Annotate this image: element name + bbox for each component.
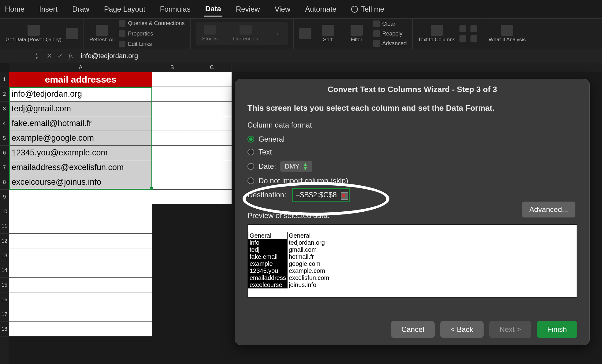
cell-a6[interactable]: 12345.you@example.com: [9, 146, 152, 160]
col-header-c[interactable]: C: [192, 63, 232, 72]
edit-links-button[interactable]: Edit Links: [119, 40, 184, 48]
row-header-2[interactable]: 2: [0, 87, 9, 102]
cell-a8[interactable]: excelcourse@joinus.info: [9, 175, 152, 190]
tab-draw[interactable]: Draw: [71, 2, 91, 16]
advanced-filter-button[interactable]: Advanced: [373, 39, 407, 47]
cell-b2[interactable]: [152, 87, 192, 102]
properties-button[interactable]: Properties: [119, 30, 184, 38]
cell-a14[interactable]: [9, 263, 152, 278]
finish-button[interactable]: Finish: [537, 321, 577, 338]
cancel-edit-icon[interactable]: ✕: [46, 52, 52, 60]
refresh-all-button[interactable]: Refresh All: [89, 25, 114, 43]
cell-a5[interactable]: example@google.com: [9, 131, 152, 146]
tab-home[interactable]: Home: [4, 2, 26, 16]
tab-automate[interactable]: Automate: [304, 2, 338, 16]
row-header-4[interactable]: 4: [0, 116, 9, 131]
cell-a10[interactable]: [9, 204, 152, 219]
tab-formulas[interactable]: Formulas: [159, 2, 192, 16]
tab-review[interactable]: Review: [235, 2, 261, 16]
cell-c5[interactable]: [192, 131, 232, 146]
tab-insert[interactable]: Insert: [38, 2, 59, 16]
cell-a1[interactable]: email addresses: [9, 72, 152, 87]
row-header-5[interactable]: 5: [0, 131, 9, 146]
row-header-8[interactable]: 8: [0, 175, 9, 190]
cell-a15[interactable]: [9, 278, 152, 292]
cell-b8[interactable]: [152, 175, 192, 190]
cell-c1[interactable]: [192, 72, 232, 87]
cell-b4[interactable]: [152, 116, 192, 131]
cell-b9[interactable]: [152, 190, 192, 204]
date-format-select[interactable]: DMY ▲▼: [280, 161, 312, 172]
row-header-3[interactable]: 3: [0, 102, 9, 116]
radio-text[interactable]: Text: [247, 148, 577, 156]
cell-a17[interactable]: [9, 307, 152, 322]
cell-c3[interactable]: [192, 102, 232, 116]
row-header-9[interactable]: 9: [0, 190, 9, 204]
reapply-button[interactable]: Reapply: [373, 30, 407, 38]
tab-data[interactable]: Data: [204, 2, 222, 17]
range-picker-icon[interactable]: [341, 192, 348, 200]
cell-b6[interactable]: [152, 146, 192, 160]
col-header-b[interactable]: B: [152, 63, 192, 72]
formula-value[interactable]: info@tedjordan.org: [77, 52, 142, 60]
text-to-columns-button[interactable]: Text to Columns: [418, 25, 455, 43]
data-validation-button[interactable]: [470, 25, 477, 33]
cell-b5[interactable]: [152, 131, 192, 146]
cell-c2[interactable]: [192, 87, 232, 102]
cell-c6[interactable]: [192, 146, 232, 160]
tab-page-layout[interactable]: Page Layout: [103, 2, 147, 16]
cell-c9[interactable]: [192, 190, 232, 204]
cell-a4[interactable]: fake.email@hotmail.fr: [9, 116, 152, 131]
cell-a9[interactable]: [9, 190, 152, 204]
cell-a2[interactable]: info@tedjordan.org: [9, 87, 152, 102]
get-data-button[interactable]: Get Data (Power Query): [6, 25, 61, 43]
row-header-1[interactable]: 1: [0, 72, 9, 87]
cancel-button[interactable]: Cancel: [391, 321, 435, 338]
fx-icon[interactable]: fx: [69, 52, 73, 60]
cell-c8[interactable]: [192, 175, 232, 190]
cell-a12[interactable]: [9, 234, 152, 248]
tell-me[interactable]: Tell me: [350, 2, 385, 16]
sort-button[interactable]: Sort: [316, 25, 340, 43]
cell-a13[interactable]: [9, 248, 152, 263]
flash-fill-button[interactable]: [459, 25, 466, 33]
consolidate-button[interactable]: [470, 35, 477, 43]
select-all-corner[interactable]: [0, 63, 9, 72]
back-button[interactable]: < Back: [440, 321, 484, 338]
cell-b3[interactable]: [152, 102, 192, 116]
row-header-7[interactable]: 7: [0, 160, 9, 175]
row-header-13[interactable]: 13: [0, 248, 9, 263]
sort-az-button[interactable]: [299, 28, 311, 39]
remove-dupes-button[interactable]: [459, 35, 466, 43]
confirm-edit-icon[interactable]: ✓: [58, 52, 63, 60]
cell-a3[interactable]: tedj@gmail.com: [9, 102, 152, 116]
cell-c4[interactable]: [192, 116, 232, 131]
row-header-17[interactable]: 17: [0, 307, 9, 322]
row-header-10[interactable]: 10: [0, 204, 9, 219]
row-header-15[interactable]: 15: [0, 278, 9, 292]
row-header-6[interactable]: 6: [0, 146, 9, 160]
radio-general[interactable]: General: [247, 135, 577, 143]
what-if-button[interactable]: What-if Analysis: [489, 25, 526, 43]
name-box[interactable]: ▲▼: [0, 52, 43, 60]
cell-a7[interactable]: emailaddress@excelisfun.com: [9, 160, 152, 175]
chevron-right-icon[interactable]: ›: [273, 30, 282, 37]
cell-a16[interactable]: [9, 292, 152, 307]
advanced-button[interactable]: Advanced...: [522, 202, 575, 217]
cell-b1[interactable]: [152, 72, 192, 87]
cell-a18[interactable]: [9, 322, 152, 336]
row-header-11[interactable]: 11: [0, 219, 9, 234]
row-header-12[interactable]: 12: [0, 234, 9, 248]
tab-view[interactable]: View: [273, 2, 292, 16]
queries-connections-button[interactable]: Queries & Connections: [119, 19, 184, 27]
row-header-14[interactable]: 14: [0, 263, 9, 278]
row-header-16[interactable]: 16: [0, 292, 9, 307]
preview-pane[interactable]: GeneralGeneralinfotedjordan.orgtedjgmail…: [247, 224, 577, 298]
cell-b7[interactable]: [152, 160, 192, 175]
from-picture-button[interactable]: [66, 28, 78, 39]
radio-date[interactable]: Date: DMY ▲▼: [247, 161, 577, 172]
col-header-a[interactable]: A: [9, 63, 152, 72]
radio-skip[interactable]: Do not import column (skip): [247, 176, 577, 185]
clear-button[interactable]: Clear: [373, 20, 407, 28]
row-header-18[interactable]: 18: [0, 322, 9, 336]
